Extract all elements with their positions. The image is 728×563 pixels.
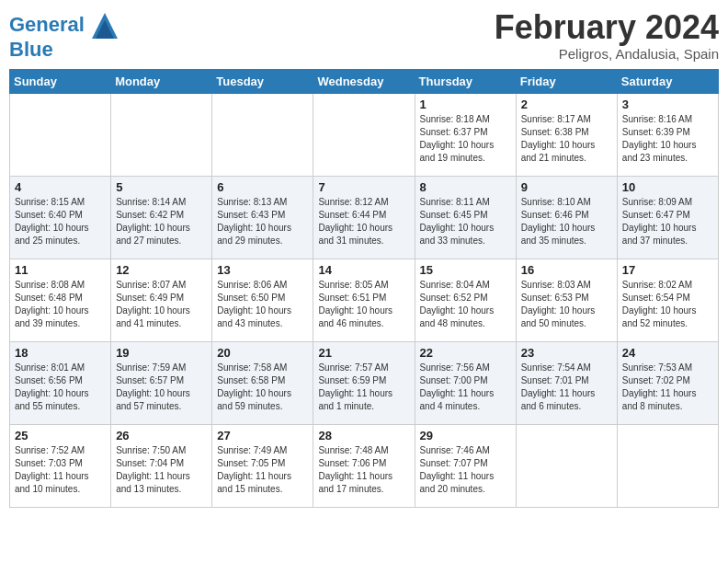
day-info: Sunrise: 7:56 AM Sunset: 7:00 PM Dayligh… xyxy=(420,362,511,413)
day-number: 11 xyxy=(15,263,106,277)
day-number: 29 xyxy=(420,429,511,442)
calendar-table: SundayMondayTuesdayWednesdayThursdayFrid… xyxy=(9,69,719,508)
day-cell: 20Sunrise: 7:58 AM Sunset: 6:58 PM Dayli… xyxy=(212,341,313,424)
day-cell: 4Sunrise: 8:15 AM Sunset: 6:40 PM Daylig… xyxy=(10,176,111,259)
day-number: 3 xyxy=(622,98,713,111)
logo-text: General xyxy=(9,13,118,39)
day-cell: 1Sunrise: 8:18 AM Sunset: 6:37 PM Daylig… xyxy=(415,93,516,176)
month-title: February 2024 xyxy=(495,9,719,46)
calendar-body: 1Sunrise: 8:18 AM Sunset: 6:37 PM Daylig… xyxy=(10,93,719,507)
day-info: Sunrise: 7:46 AM Sunset: 7:07 PM Dayligh… xyxy=(420,444,511,496)
day-info: Sunrise: 8:13 AM Sunset: 6:43 PM Dayligh… xyxy=(217,196,308,247)
logo-icon xyxy=(92,13,118,39)
day-number: 18 xyxy=(15,346,106,360)
day-cell: 7Sunrise: 8:12 AM Sunset: 6:44 PM Daylig… xyxy=(313,176,415,259)
day-number: 1 xyxy=(420,98,511,111)
day-cell: 17Sunrise: 8:02 AM Sunset: 6:54 PM Dayli… xyxy=(617,259,718,341)
day-cell: 11Sunrise: 8:08 AM Sunset: 6:48 PM Dayli… xyxy=(10,259,111,341)
week-row-3: 11Sunrise: 8:08 AM Sunset: 6:48 PM Dayli… xyxy=(10,259,719,341)
day-cell: 14Sunrise: 8:05 AM Sunset: 6:51 PM Dayli… xyxy=(313,259,415,341)
day-cell xyxy=(111,93,212,176)
day-number: 12 xyxy=(116,263,207,277)
location: Peligros, Andalusia, Spain xyxy=(495,46,719,62)
logo-blue: Blue xyxy=(9,39,118,61)
day-number: 8 xyxy=(420,180,511,194)
day-info: Sunrise: 7:49 AM Sunset: 7:05 PM Dayligh… xyxy=(217,444,308,496)
day-info: Sunrise: 8:15 AM Sunset: 6:40 PM Dayligh… xyxy=(15,196,106,247)
day-number: 7 xyxy=(318,180,409,194)
day-cell: 27Sunrise: 7:49 AM Sunset: 7:05 PM Dayli… xyxy=(212,424,313,507)
day-number: 28 xyxy=(318,429,409,442)
day-number: 22 xyxy=(420,346,511,360)
week-row-4: 18Sunrise: 8:01 AM Sunset: 6:56 PM Dayli… xyxy=(10,341,719,424)
day-number: 13 xyxy=(217,263,308,277)
day-number: 16 xyxy=(521,263,612,277)
week-row-2: 4Sunrise: 8:15 AM Sunset: 6:40 PM Daylig… xyxy=(10,176,719,259)
week-row-1: 1Sunrise: 8:18 AM Sunset: 6:37 PM Daylig… xyxy=(10,93,719,176)
day-cell: 22Sunrise: 7:56 AM Sunset: 7:00 PM Dayli… xyxy=(415,341,516,424)
day-cell: 8Sunrise: 8:11 AM Sunset: 6:45 PM Daylig… xyxy=(415,176,516,259)
day-cell: 16Sunrise: 8:03 AM Sunset: 6:53 PM Dayli… xyxy=(516,259,617,341)
weekday-header-thursday: Thursday xyxy=(415,69,516,93)
day-info: Sunrise: 8:18 AM Sunset: 6:37 PM Dayligh… xyxy=(420,113,511,165)
weekday-header-tuesday: Tuesday xyxy=(212,69,313,93)
day-number: 20 xyxy=(217,346,308,360)
day-number: 2 xyxy=(521,98,612,111)
day-cell: 25Sunrise: 7:52 AM Sunset: 7:03 PM Dayli… xyxy=(10,424,111,507)
day-info: Sunrise: 8:11 AM Sunset: 6:45 PM Dayligh… xyxy=(420,196,511,247)
day-cell: 13Sunrise: 8:06 AM Sunset: 6:50 PM Dayli… xyxy=(212,259,313,341)
day-info: Sunrise: 8:01 AM Sunset: 6:56 PM Dayligh… xyxy=(15,362,106,413)
day-cell: 6Sunrise: 8:13 AM Sunset: 6:43 PM Daylig… xyxy=(212,176,313,259)
day-cell: 10Sunrise: 8:09 AM Sunset: 6:47 PM Dayli… xyxy=(617,176,718,259)
week-row-5: 25Sunrise: 7:52 AM Sunset: 7:03 PM Dayli… xyxy=(10,424,719,507)
day-cell: 15Sunrise: 8:04 AM Sunset: 6:52 PM Dayli… xyxy=(415,259,516,341)
day-info: Sunrise: 8:09 AM Sunset: 6:47 PM Dayligh… xyxy=(622,196,713,247)
day-cell xyxy=(10,93,111,176)
day-info: Sunrise: 8:17 AM Sunset: 6:38 PM Dayligh… xyxy=(521,113,612,165)
day-number: 6 xyxy=(217,180,308,194)
day-cell: 18Sunrise: 8:01 AM Sunset: 6:56 PM Dayli… xyxy=(10,341,111,424)
day-info: Sunrise: 7:54 AM Sunset: 7:01 PM Dayligh… xyxy=(521,362,612,413)
day-cell xyxy=(212,93,313,176)
day-cell xyxy=(617,424,718,507)
day-cell xyxy=(313,93,415,176)
day-number: 25 xyxy=(15,429,106,442)
day-number: 19 xyxy=(116,346,207,360)
day-info: Sunrise: 8:14 AM Sunset: 6:42 PM Dayligh… xyxy=(116,196,207,247)
day-cell: 23Sunrise: 7:54 AM Sunset: 7:01 PM Dayli… xyxy=(516,341,617,424)
day-info: Sunrise: 7:53 AM Sunset: 7:02 PM Dayligh… xyxy=(622,362,713,413)
day-cell: 26Sunrise: 7:50 AM Sunset: 7:04 PM Dayli… xyxy=(111,424,212,507)
day-number: 24 xyxy=(622,346,713,360)
day-cell: 24Sunrise: 7:53 AM Sunset: 7:02 PM Dayli… xyxy=(617,341,718,424)
day-number: 17 xyxy=(622,263,713,277)
day-number: 26 xyxy=(116,429,207,442)
day-number: 5 xyxy=(116,180,207,194)
day-info: Sunrise: 8:10 AM Sunset: 6:46 PM Dayligh… xyxy=(521,196,612,247)
day-info: Sunrise: 8:05 AM Sunset: 6:51 PM Dayligh… xyxy=(318,279,409,330)
day-cell: 19Sunrise: 7:59 AM Sunset: 6:57 PM Dayli… xyxy=(111,341,212,424)
day-number: 14 xyxy=(318,263,409,277)
day-info: Sunrise: 7:52 AM Sunset: 7:03 PM Dayligh… xyxy=(15,444,106,496)
day-number: 9 xyxy=(521,180,612,194)
day-cell: 2Sunrise: 8:17 AM Sunset: 6:38 PM Daylig… xyxy=(516,93,617,176)
day-info: Sunrise: 8:08 AM Sunset: 6:48 PM Dayligh… xyxy=(15,279,106,330)
day-cell: 21Sunrise: 7:57 AM Sunset: 6:59 PM Dayli… xyxy=(313,341,415,424)
day-cell: 12Sunrise: 8:07 AM Sunset: 6:49 PM Dayli… xyxy=(111,259,212,341)
logo-general: General xyxy=(9,13,85,36)
day-number: 27 xyxy=(217,429,308,442)
day-info: Sunrise: 7:58 AM Sunset: 6:58 PM Dayligh… xyxy=(217,362,308,413)
weekday-header-sunday: Sunday xyxy=(10,69,111,93)
page-header: General Blue February 2024 Peligros, And… xyxy=(9,9,719,62)
day-cell: 29Sunrise: 7:46 AM Sunset: 7:07 PM Dayli… xyxy=(415,424,516,507)
day-cell: 9Sunrise: 8:10 AM Sunset: 6:46 PM Daylig… xyxy=(516,176,617,259)
day-cell xyxy=(516,424,617,507)
logo: General Blue xyxy=(9,13,118,61)
day-info: Sunrise: 8:02 AM Sunset: 6:54 PM Dayligh… xyxy=(622,279,713,330)
day-info: Sunrise: 8:07 AM Sunset: 6:49 PM Dayligh… xyxy=(116,279,207,330)
day-number: 23 xyxy=(521,346,612,360)
day-info: Sunrise: 8:12 AM Sunset: 6:44 PM Dayligh… xyxy=(318,196,409,247)
day-info: Sunrise: 8:16 AM Sunset: 6:39 PM Dayligh… xyxy=(622,113,713,165)
day-cell: 28Sunrise: 7:48 AM Sunset: 7:06 PM Dayli… xyxy=(313,424,415,507)
day-info: Sunrise: 8:04 AM Sunset: 6:52 PM Dayligh… xyxy=(420,279,511,330)
day-number: 4 xyxy=(15,180,106,194)
